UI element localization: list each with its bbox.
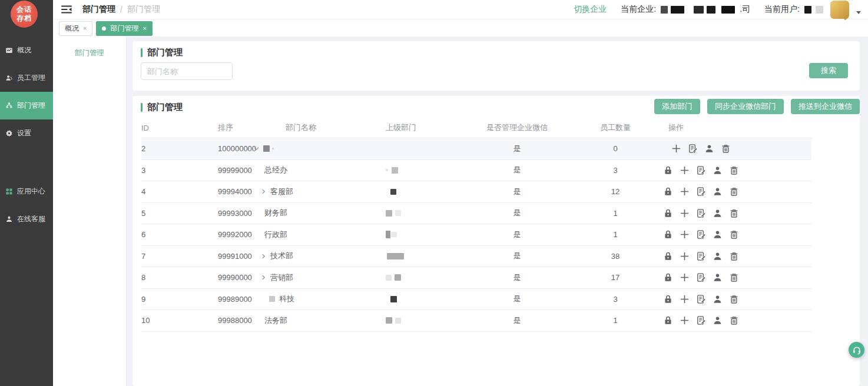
sidebar-item-部门管理[interactable]: 部门管理 (0, 92, 53, 119)
parent-department (386, 246, 404, 267)
redacted-block (390, 189, 396, 195)
sidebar: 会话 存档 概况员工管理部门管理设置应用中心在线客服 (0, 0, 53, 386)
plus-icon[interactable] (680, 165, 690, 175)
plus-icon[interactable] (680, 187, 690, 197)
edit-icon[interactable] (696, 208, 706, 218)
tab-部门管理[interactable]: 部门管理× (96, 21, 152, 36)
user-icon[interactable] (713, 272, 723, 282)
lock-icon[interactable] (663, 315, 673, 325)
edit-icon[interactable] (696, 315, 706, 325)
switch-company-link[interactable]: 切换企业 (574, 4, 607, 15)
trash-icon[interactable] (729, 251, 739, 261)
trash-icon[interactable] (729, 165, 739, 175)
plus-icon[interactable] (680, 315, 690, 325)
lock-icon[interactable] (663, 229, 673, 239)
parent-department (386, 310, 401, 331)
trash-icon[interactable] (729, 272, 739, 282)
sidebar-item-在线客服[interactable]: 在线客服 (0, 205, 53, 233)
active-tab-dot (102, 26, 106, 31)
department-table: ID排序部门名称上级部门是否管理企业微信员工数量操作 2100000000是03… (141, 118, 811, 332)
plus-icon[interactable] (680, 294, 690, 304)
user-icon[interactable] (713, 294, 723, 304)
sidebar-item-应用中心[interactable]: 应用中心 (0, 178, 53, 205)
user-icon[interactable] (713, 229, 723, 239)
sidebar-item-label: 概况 (17, 45, 31, 55)
edit-icon[interactable] (696, 229, 706, 239)
plus-icon[interactable] (680, 229, 690, 239)
menu-fold-icon[interactable] (61, 5, 72, 14)
employee-count: 1 (580, 310, 651, 331)
app-logo: 会话 存档 (11, 1, 38, 28)
tab-概况[interactable]: 概况× (59, 21, 92, 36)
lock-icon[interactable] (663, 187, 673, 197)
caret-right-icon[interactable] (260, 188, 267, 195)
employee-count: 17 (580, 267, 651, 288)
lock-icon[interactable] (663, 272, 673, 282)
redacted-block (395, 274, 401, 281)
edit-icon[interactable] (696, 272, 706, 282)
plus-icon[interactable] (680, 272, 690, 282)
redacted-block (386, 275, 392, 281)
tab-close-icon[interactable]: × (143, 25, 146, 32)
trash-icon[interactable] (729, 229, 739, 239)
redacted-block (721, 6, 735, 14)
wecom-managed: 是 (470, 138, 564, 159)
sidebar-item-label: 应用中心 (17, 187, 45, 197)
tab-close-icon[interactable]: × (83, 25, 87, 32)
edit-icon[interactable] (696, 165, 706, 175)
department-name-input[interactable] (141, 62, 233, 80)
customer-service-fab[interactable] (849, 342, 864, 358)
caret-right-icon[interactable] (260, 253, 267, 259)
edit-icon[interactable] (696, 187, 706, 197)
plus-icon[interactable] (671, 144, 681, 154)
user-icon[interactable] (713, 208, 723, 218)
submenu-item-department[interactable]: 部门管理 (53, 48, 126, 58)
action-button-推送到企业微信[interactable]: 推送到企业微信 (791, 99, 860, 114)
sidebar-item-员工管理[interactable]: 员工管理 (0, 64, 53, 92)
sidebar-item-label: 在线客服 (17, 214, 45, 224)
lock-icon[interactable] (663, 165, 673, 175)
user-icon[interactable] (713, 251, 723, 261)
redacted-block (386, 169, 388, 171)
redacted-block (816, 6, 823, 14)
table-row: 499994000客服部是12 (141, 181, 811, 203)
caret-right-icon[interactable] (260, 274, 267, 281)
department-name-text: 营销部 (270, 272, 293, 283)
lock-icon[interactable] (663, 294, 673, 304)
breadcrumb-separator: / (120, 5, 122, 14)
trash-icon[interactable] (729, 208, 739, 218)
trash-icon[interactable] (729, 315, 739, 325)
sidebar-item-概况[interactable]: 概况 (0, 36, 53, 64)
edit-icon[interactable] (688, 144, 698, 154)
headset-icon (852, 345, 862, 355)
edit-icon[interactable] (696, 251, 706, 261)
avatar[interactable] (830, 1, 849, 19)
employee-count: 1 (580, 224, 651, 245)
breadcrumb-parent[interactable]: 部门管理 (82, 4, 115, 15)
trash-icon[interactable] (729, 187, 739, 197)
lock-icon[interactable] (663, 208, 673, 218)
trash-icon[interactable] (729, 294, 739, 304)
action-button-添加部门[interactable]: 添加部门 (654, 99, 700, 114)
redacted-block (263, 145, 270, 152)
caret-down-icon[interactable] (253, 145, 260, 152)
user-icon[interactable] (713, 187, 723, 197)
row-actions (642, 203, 760, 224)
lock-icon[interactable] (663, 251, 673, 261)
wecom-managed: 是 (470, 160, 564, 181)
sidebar-item-设置[interactable]: 设置 (0, 119, 53, 147)
user-dropdown-caret-icon[interactable] (856, 11, 861, 14)
edit-icon[interactable] (696, 294, 706, 304)
user-icon[interactable] (704, 144, 714, 154)
plus-icon[interactable] (680, 208, 690, 218)
search-button[interactable]: 搜索 (809, 63, 848, 78)
wecom-managed: 是 (470, 246, 564, 267)
user-icon[interactable] (713, 165, 723, 175)
action-button-同步企业微信部门[interactable]: 同步企业微信部门 (707, 99, 784, 114)
sort-value: 99999000 (218, 160, 252, 181)
trash-icon[interactable] (721, 144, 731, 154)
plus-icon[interactable] (680, 251, 690, 261)
table-row: 799991000技术部是38 (141, 246, 811, 268)
user-icon[interactable] (713, 315, 723, 325)
employee-count: 38 (580, 246, 651, 267)
